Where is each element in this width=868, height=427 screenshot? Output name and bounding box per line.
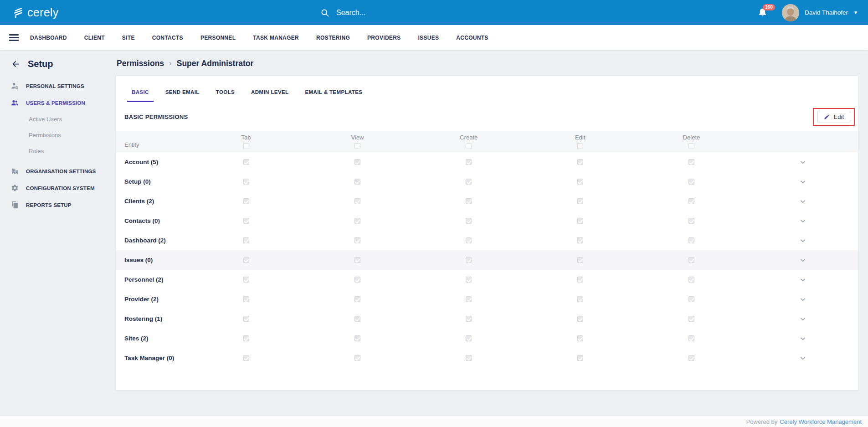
permission-row: Task Manager (0)	[116, 348, 858, 368]
permission-checkbox-create	[466, 179, 472, 185]
permission-row: Personnel (2)	[116, 270, 858, 289]
nav-item-personnel[interactable]: PERSONNEL	[200, 35, 236, 41]
sidebar-subitem-roles[interactable]: Roles	[0, 143, 114, 159]
permission-checkbox-delete	[688, 335, 694, 341]
tab-tools[interactable]: TOOLS	[211, 76, 239, 102]
permission-checkbox-tab	[243, 179, 249, 185]
column-header-label: Create	[460, 134, 478, 141]
permission-row: Sites (2)	[116, 329, 858, 348]
tab-basic[interactable]: BASIC	[127, 76, 154, 102]
column-select-checkbox-edit[interactable]	[577, 143, 583, 149]
topbar: cerely 160 David	[0, 0, 868, 25]
permission-checkbox-delete	[688, 218, 694, 224]
row-expand-chevron-icon[interactable]	[799, 178, 806, 185]
nav-item-client[interactable]: CLIENT	[84, 35, 105, 41]
permission-checkbox-tab	[243, 237, 249, 243]
nav-item-contacts[interactable]: CONTACTS	[152, 35, 183, 41]
sidebar-subitem-permissions[interactable]: Permissions	[0, 127, 114, 143]
table-header: EntityTabViewCreateEditDelete	[116, 131, 858, 152]
row-expand-chevron-icon[interactable]	[799, 217, 806, 225]
row-expand-chevron-icon[interactable]	[799, 159, 806, 166]
back-button[interactable]	[11, 59, 21, 69]
nav-item-dashboard[interactable]: DASHBOARD	[30, 35, 67, 41]
row-expand-chevron-icon[interactable]	[799, 355, 806, 362]
row-expand-cell	[747, 276, 858, 283]
entity-label: Clients (2)	[116, 198, 190, 205]
sidebar-subitem-active-users[interactable]: Active Users	[0, 111, 114, 127]
breadcrumb-chevron-icon: ›	[169, 59, 172, 68]
building-icon	[11, 167, 19, 175]
setup-sidebar: Setup PERSONAL SETTINGSUSERS & PERMISSIO…	[0, 50, 114, 416]
nav-item-issues[interactable]: ISSUES	[418, 35, 439, 41]
permission-row: Dashboard (2)	[116, 231, 858, 250]
nav-item-site[interactable]: SITE	[122, 35, 135, 41]
permission-checkbox-tab	[243, 355, 249, 361]
user-gear-icon	[11, 82, 19, 90]
permission-cell-edit	[524, 237, 636, 243]
permission-checkbox-delete	[688, 179, 694, 185]
footer-link[interactable]: Cerely Workforce Management	[780, 418, 862, 425]
row-expand-chevron-icon[interactable]	[799, 296, 806, 303]
row-expand-chevron-icon[interactable]	[799, 276, 806, 283]
breadcrumb-parent[interactable]: Permissions	[117, 59, 164, 68]
sidebar-title: Setup	[28, 59, 53, 69]
column-header-label: View	[351, 134, 364, 141]
nav-item-providers[interactable]: PROVIDERS	[367, 35, 401, 41]
permission-cell-tab	[190, 277, 302, 283]
sidebar-item-users-permission[interactable]: USERS & PERMISSION	[0, 94, 114, 111]
permission-cell-delete	[636, 296, 747, 302]
entity-label: Contacts (0)	[116, 217, 190, 224]
gear-icon	[11, 184, 19, 192]
avatar[interactable]	[782, 4, 799, 21]
nav-item-rostering[interactable]: ROSTERING	[316, 35, 350, 41]
permission-checkbox-delete	[688, 198, 694, 204]
sidebar-item-organisation-settings[interactable]: ORGANISATION SETTINGS	[0, 163, 114, 180]
sidebar-item-label: PERSONAL SETTINGS	[26, 83, 84, 89]
entity-label: Issues (0)	[116, 257, 190, 263]
permission-cell-create	[413, 159, 524, 165]
row-expand-chevron-icon[interactable]	[799, 315, 806, 323]
permission-row: Contacts (0)	[116, 211, 858, 231]
entity-label: Task Manager (0)	[116, 355, 190, 361]
permission-cell-edit	[524, 355, 636, 361]
permission-checkbox-view	[354, 296, 360, 302]
nav-item-task-manager[interactable]: TASK MANAGER	[253, 35, 299, 41]
permission-cell-view	[302, 277, 413, 283]
permission-checkbox-view	[354, 355, 360, 361]
search-input[interactable]	[336, 9, 441, 17]
sidebar-item-configuration-system[interactable]: CONFIGURATION SYSTEM	[0, 180, 114, 196]
user-menu-caret-icon[interactable]: ▼	[853, 10, 858, 15]
column-select-checkbox-delete[interactable]	[688, 143, 694, 149]
column-select-checkbox-create[interactable]	[466, 143, 472, 149]
sidebar-item-reports-setup[interactable]: REPORTS SETUP	[0, 196, 114, 213]
cerely-logo-icon	[12, 6, 24, 19]
permission-cell-delete	[636, 335, 747, 341]
notifications-button[interactable]: 160	[758, 8, 767, 17]
permission-cell-tab	[190, 218, 302, 224]
edit-button[interactable]: Edit	[817, 111, 850, 123]
sidebar-item-personal-settings[interactable]: PERSONAL SETTINGS	[0, 77, 114, 94]
permission-checkbox-create	[466, 335, 472, 341]
row-expand-cell	[747, 296, 858, 303]
row-expand-chevron-icon[interactable]	[799, 237, 806, 244]
column-select-checkbox-tab[interactable]	[243, 143, 249, 149]
menu-toggle-button[interactable]	[9, 32, 19, 42]
column-header-edit: Edit	[524, 131, 636, 152]
row-expand-chevron-icon[interactable]	[799, 198, 806, 205]
permission-checkbox-delete	[688, 316, 694, 322]
tab-send-email[interactable]: SEND EMAIL	[161, 76, 204, 102]
row-expand-cell	[747, 198, 858, 205]
tab-admin-level[interactable]: ADMIN LEVEL	[247, 76, 293, 102]
column-header-tab: Tab	[190, 131, 302, 152]
row-expand-chevron-icon[interactable]	[799, 257, 806, 264]
app-logo[interactable]: cerely	[12, 6, 59, 19]
row-expand-chevron-icon[interactable]	[799, 335, 806, 342]
permission-cell-create	[413, 335, 524, 341]
permission-row: Clients (2)	[116, 191, 858, 211]
tab-email-templates[interactable]: EMAIL & TEMPLATES	[300, 76, 367, 102]
permission-checkbox-view	[354, 179, 360, 185]
permission-cell-create	[413, 355, 524, 361]
permission-cell-edit	[524, 218, 636, 224]
column-select-checkbox-view[interactable]	[354, 143, 360, 149]
nav-item-accounts[interactable]: ACCOUNTS	[456, 35, 488, 41]
